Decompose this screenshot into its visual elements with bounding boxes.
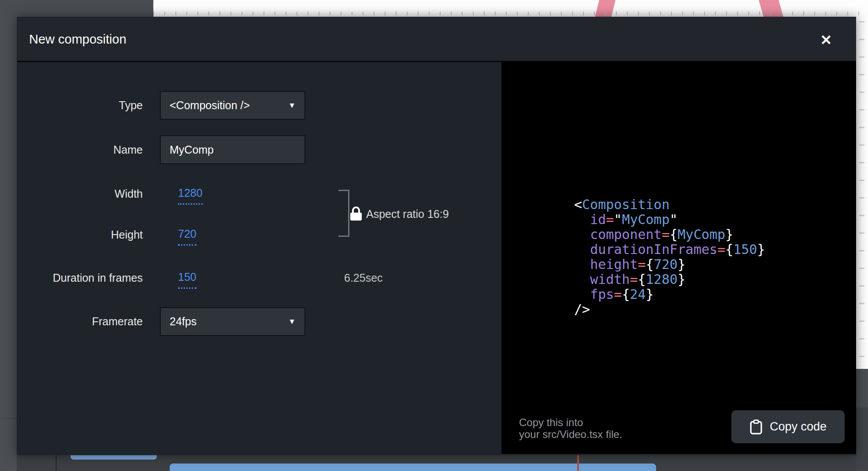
background-preview-canvas: [153, 0, 868, 17]
code-block: <Composition id="MyComp" component={MyCo…: [574, 197, 765, 317]
framerate-dropdown-value: 24fps: [170, 315, 197, 327]
chevron-down-icon: ▼: [288, 92, 296, 119]
lock-icon[interactable]: [350, 206, 362, 221]
framerate-dropdown[interactable]: 24fps ▼: [160, 307, 305, 336]
type-label: Type: [26, 99, 143, 112]
background-right-panel: [856, 369, 868, 408]
height-value[interactable]: 720: [178, 228, 197, 246]
background-timeline-track: [170, 464, 656, 471]
copy-code-button[interactable]: Copy code: [731, 410, 845, 443]
close-icon[interactable]: ✕: [817, 31, 835, 49]
background-render-button-edge: [70, 455, 157, 460]
height-label: Height: [26, 228, 143, 241]
name-label: Name: [26, 144, 143, 156]
background-playhead-line: [577, 455, 579, 471]
copy-hint-line1: Copy this into: [519, 416, 622, 428]
duration-seconds-readout: 6.25sec: [344, 272, 383, 284]
copy-hint-line2: your src/Video.tsx file.: [519, 428, 622, 440]
aspect-bracket-bottom: [338, 236, 349, 237]
dialog-header: New composition ✕: [17, 17, 856, 62]
aspect-bracket: [348, 190, 349, 237]
duration-value[interactable]: 150: [178, 271, 197, 289]
background-right-ruler: [856, 17, 868, 369]
duration-label: Duration in frames: [26, 272, 143, 284]
background-ruler-ticks: [153, 11, 868, 15]
background-left-panel: [0, 17, 17, 471]
copy-hint-text: Copy this into your src/Video.tsx file.: [519, 416, 622, 440]
type-dropdown[interactable]: <Composition /> ▼: [160, 91, 305, 120]
background-timeline-divider: [56, 455, 57, 471]
copy-code-label: Copy code: [770, 420, 827, 434]
aspect-bracket-top: [338, 190, 349, 191]
width-label: Width: [26, 188, 143, 200]
name-input[interactable]: [160, 135, 305, 164]
type-dropdown-value: <Composition />: [170, 99, 250, 111]
background-right-panel-lower: [856, 408, 868, 471]
chevron-down-icon: ▼: [288, 308, 296, 335]
aspect-ratio-label: Aspect ratio 16:9: [366, 208, 449, 221]
composition-form: Type <Composition /> ▼ Name Width 1280 H…: [17, 62, 501, 454]
new-composition-dialog: New composition ✕ Type <Composition /> ▼…: [17, 17, 856, 455]
background-toolbar-block: [0, 0, 153, 17]
width-value[interactable]: 1280: [178, 187, 203, 205]
code-preview-panel: <Composition id="MyComp" component={MyCo…: [501, 62, 856, 454]
dialog-title: New composition: [29, 17, 126, 62]
clipboard-icon: [749, 419, 763, 435]
framerate-label: Framerate: [26, 315, 143, 328]
